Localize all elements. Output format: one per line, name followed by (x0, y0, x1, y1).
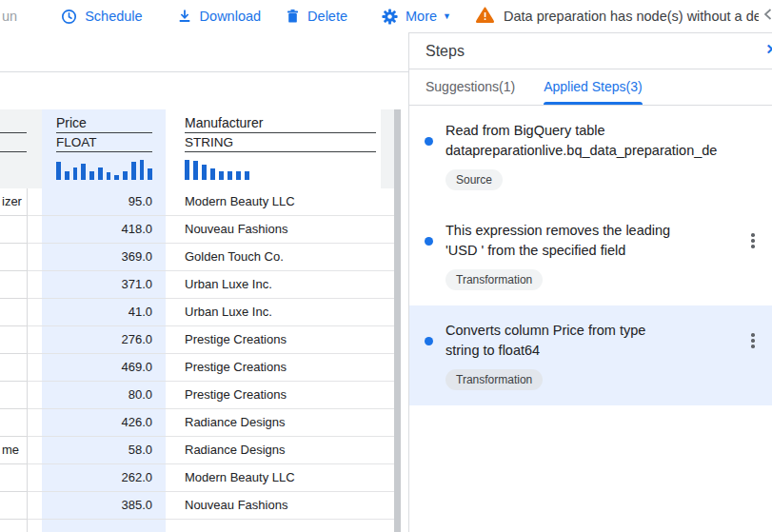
cell-manufacturer[interactable]: Radiance Designs (166, 437, 381, 464)
cell-price[interactable]: 369.0 (42, 244, 166, 271)
cell-price[interactable]: 426.0 (42, 409, 166, 437)
cell-manufacturer[interactable] (166, 520, 381, 532)
cell-price[interactable]: 469.0 (42, 354, 166, 382)
histogram-bar (193, 161, 198, 180)
download-button[interactable]: Download (177, 9, 262, 24)
cell-cut-column[interactable]: me (0, 437, 28, 464)
warning-text: Data preparation has node(s) without a d… (504, 9, 759, 24)
cell-cut-right (381, 188, 394, 216)
cell-cut-right (381, 464, 394, 492)
cell-price[interactable]: 80.0 (42, 382, 166, 409)
table-row[interactable]: 426.0 Radiance Designs (0, 409, 401, 437)
cell-manufacturer[interactable]: Urban Luxe Inc. (166, 271, 381, 299)
cell-price[interactable]: 262.0 (42, 464, 166, 492)
histogram-bar (56, 162, 61, 180)
cell-manufacturer[interactable]: Nouveau Fashions (166, 492, 381, 520)
close-icon[interactable]: ✕ (765, 41, 772, 58)
cell-cut-column[interactable] (0, 382, 28, 409)
step-type-badge: Transformation (445, 369, 543, 390)
step-card[interactable]: Converts column Price from type string t… (409, 305, 772, 405)
cell-cut-column[interactable]: izer (0, 188, 28, 216)
column-type[interactable]: FLOAT (56, 133, 152, 152)
vertical-scrollbar[interactable] (394, 109, 401, 532)
cell-cut-right (381, 437, 394, 464)
cell-padding (28, 216, 42, 244)
chevron-left-icon[interactable] (762, 8, 772, 25)
cell-price[interactable]: 41.0 (42, 299, 166, 326)
cell-cut-right (381, 244, 394, 271)
cell-price[interactable]: 95.0 (42, 188, 166, 216)
table-row[interactable]: 262.0 Modern Beauty LLC (0, 464, 401, 492)
cell-manufacturer[interactable]: Nouveau Fashions (166, 216, 381, 244)
step-type-badge: Source (445, 169, 503, 190)
cell-price[interactable]: 58.0 (42, 437, 166, 464)
step-card[interactable]: Read from BigQuery table datapreparation… (409, 106, 772, 206)
table-row[interactable]: 80.0 Prestige Creations (0, 382, 401, 409)
cell-cut-column[interactable] (0, 216, 28, 244)
cell-manufacturer[interactable]: Golden Touch Co. (166, 244, 381, 271)
cell-padding (28, 244, 42, 271)
delete-label: Delete (307, 9, 347, 24)
delete-button[interactable]: Delete (286, 9, 347, 24)
column-type[interactable]: STRING (185, 133, 376, 152)
more-button[interactable]: More ▼ (382, 9, 451, 25)
run-button-cut[interactable]: un (2, 9, 17, 24)
histogram-bar (89, 171, 94, 180)
tab-suggestions[interactable]: Suggestions(1) (426, 69, 515, 105)
cell-padding (28, 464, 42, 492)
cell-manufacturer[interactable]: Prestige Creations (166, 326, 381, 354)
cell-cut-column[interactable] (0, 271, 28, 299)
kebab-menu-icon[interactable] (743, 233, 762, 248)
cell-manufacturer[interactable]: Urban Luxe Inc. (166, 299, 381, 326)
cell-manufacturer[interactable]: Modern Beauty LLC (166, 464, 381, 492)
table-row[interactable]: izer 95.0 Modern Beauty LLC (0, 188, 401, 216)
table-row[interactable]: 371.0 Urban Luxe Inc. (0, 271, 401, 299)
preview-top-strip (0, 32, 408, 72)
cell-cut-column[interactable] (0, 299, 28, 326)
cell-manufacturer[interactable]: Prestige Creations (166, 382, 381, 409)
column-header-cut-right[interactable] (381, 109, 394, 188)
cell-manufacturer[interactable]: Modern Beauty LLC (166, 188, 381, 216)
cell-price[interactable]: 276.0 (42, 326, 166, 354)
column-name[interactable]: Price (56, 109, 152, 133)
data-table: Price FLOAT Manufacturer STRING izer 95.… (0, 109, 401, 532)
column-header-cut[interactable] (0, 109, 42, 188)
tab-applied-steps[interactable]: Applied Steps(3) (544, 69, 643, 105)
price-histogram[interactable] (56, 159, 152, 180)
cell-cut-column[interactable] (0, 244, 28, 271)
table-row[interactable]: 276.0 Prestige Creations (0, 326, 401, 354)
table-row[interactable]: 385.0 Nouveau Fashions (0, 492, 401, 520)
warning-icon (476, 7, 494, 26)
column-header-manufacturer[interactable]: Manufacturer STRING (166, 109, 381, 188)
table-row[interactable]: 41.0 Urban Luxe Inc. (0, 299, 401, 326)
table-row[interactable] (0, 520, 401, 532)
data-preview-pane: Price FLOAT Manufacturer STRING izer 95.… (0, 32, 408, 532)
column-name[interactable]: Manufacturer (185, 109, 376, 133)
cell-price[interactable] (42, 520, 166, 532)
cell-padding (28, 409, 42, 437)
cell-price[interactable]: 385.0 (42, 492, 166, 520)
cell-manufacturer[interactable]: Prestige Creations (166, 354, 381, 382)
cell-cut-column[interactable] (0, 464, 28, 492)
cell-manufacturer[interactable]: Radiance Designs (166, 409, 381, 437)
cell-price[interactable]: 371.0 (42, 271, 166, 299)
cell-cut-column[interactable] (0, 354, 28, 382)
kebab-menu-icon[interactable] (743, 333, 762, 348)
manufacturer-histogram[interactable] (185, 159, 376, 180)
cell-cut-column[interactable] (0, 409, 28, 437)
cell-cut-column[interactable] (0, 520, 28, 532)
schedule-button[interactable]: Schedule (61, 9, 142, 25)
table-row[interactable]: me 58.0 Radiance Designs (0, 437, 401, 464)
table-row[interactable]: 369.0 Golden Touch Co. (0, 244, 401, 271)
cell-cut-column[interactable] (0, 492, 28, 520)
histogram-bar (81, 164, 86, 180)
column-header-price[interactable]: Price FLOAT (42, 109, 166, 188)
download-label: Download (200, 9, 262, 24)
histogram-bar (210, 168, 215, 180)
histogram-bar (131, 162, 136, 180)
step-card[interactable]: This expression removes the leading 'USD… (409, 206, 772, 305)
table-row[interactable]: 418.0 Nouveau Fashions (0, 216, 401, 244)
cell-price[interactable]: 418.0 (42, 216, 166, 244)
table-row[interactable]: 469.0 Prestige Creations (0, 354, 401, 382)
cell-cut-column[interactable] (0, 326, 28, 354)
